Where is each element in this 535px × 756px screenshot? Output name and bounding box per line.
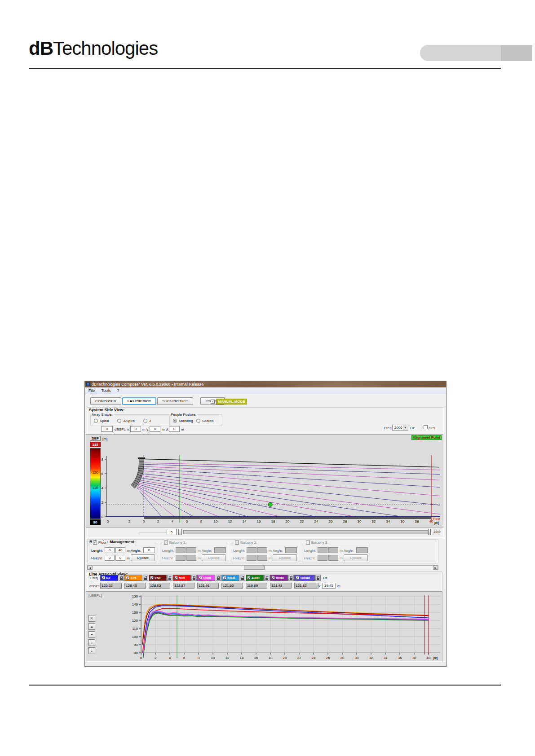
horizontal-scrollbar[interactable]: ◀ ▶ — [87, 565, 438, 570]
radio-seated[interactable] — [196, 419, 200, 423]
update-button: Update — [202, 554, 226, 561]
system-side-view-label: System Side View: — [88, 408, 125, 412]
band-checkbox[interactable]: ✓ — [102, 576, 105, 580]
scale-up-icon[interactable]: ▲ — [88, 623, 95, 630]
band-checkbox[interactable]: ✓ — [174, 576, 178, 580]
svg-text:[m]: [m] — [433, 656, 438, 660]
freq-band-button[interactable]: ✓10000 — [294, 575, 315, 581]
freq-band-button[interactable]: ✓63 — [100, 575, 118, 581]
y-input[interactable]: 0 — [150, 426, 160, 432]
menu-file[interactable]: File — [88, 388, 95, 393]
band-checkbox[interactable]: ✓ — [126, 576, 129, 580]
update-button[interactable]: Update — [131, 554, 155, 561]
band-lock-cell[interactable] — [143, 575, 148, 581]
angle-input[interactable]: 0 — [143, 547, 155, 553]
d-input[interactable]: 0 — [169, 426, 180, 432]
zoom-fit-icon[interactable]: ⇱ — [88, 615, 95, 622]
m-label: m — [269, 556, 272, 560]
svg-text:22: 22 — [300, 519, 304, 523]
height-label: Height: — [304, 556, 315, 560]
slider-track[interactable] — [183, 530, 428, 534]
balcony-checkbox[interactable] — [235, 541, 239, 545]
balcony-checkbox[interactable] — [306, 541, 310, 545]
freq-band-button[interactable]: ✓1000 — [197, 575, 215, 581]
tab-subs-predict[interactable]: SUBs PREDICT — [157, 397, 193, 405]
radio-spiral[interactable] — [94, 419, 98, 423]
radio-j[interactable] — [143, 419, 147, 423]
band-checkbox[interactable]: ✓ — [199, 576, 202, 580]
update-button: Update — [344, 554, 368, 561]
balcony-checkbox[interactable]: ✓ — [93, 541, 97, 545]
band-lock-cell[interactable] — [288, 575, 294, 581]
band-lock-cell[interactable] — [191, 575, 197, 581]
band-checkbox[interactable]: ✓ — [223, 576, 226, 580]
m-label: m — [198, 556, 201, 560]
menu-bar: File Tools ? — [85, 387, 446, 394]
freq-band-button[interactable]: ✓125 — [124, 575, 142, 581]
svg-text:20: 20 — [283, 656, 287, 660]
manual-mode-checkbox[interactable]: ✓ — [211, 400, 215, 404]
scrollbar-thumb[interactable] — [244, 566, 265, 570]
band-lock-cell[interactable] — [264, 575, 270, 581]
tab-composer[interactable]: COMPOSER — [90, 397, 121, 405]
scroll-left-icon[interactable]: ◀ — [88, 566, 93, 570]
def-button[interactable]: DEF — [90, 436, 101, 441]
band-lock-cell[interactable] — [315, 575, 321, 581]
menu-help[interactable]: ? — [117, 388, 119, 393]
title-bar[interactable]: dBTechnologies Composer Ver. 6.5.0.29668… — [85, 381, 446, 387]
dbspl-input[interactable]: 0 — [101, 426, 113, 432]
scale-down-icon[interactable]: ▼ — [88, 631, 95, 638]
y-m-label: m — [162, 427, 165, 431]
svg-text:90: 90 — [134, 643, 138, 647]
height-input-2 — [257, 555, 267, 561]
slider-value-box[interactable]: 5 — [167, 529, 177, 535]
height-input-2[interactable]: 0 — [115, 555, 125, 561]
x-m-label: m — [142, 427, 146, 431]
band-lock-cell[interactable] — [167, 575, 172, 581]
svg-text:26: 26 — [329, 519, 333, 523]
band-checkbox[interactable]: ✓ — [271, 576, 275, 580]
balcony-checkbox[interactable] — [164, 541, 168, 545]
lenght-input-1[interactable]: 0 — [105, 547, 115, 553]
svg-text:[m]: [m] — [434, 521, 439, 525]
height-input-1 — [176, 555, 186, 561]
lenght-input-2[interactable]: 40 — [115, 547, 125, 553]
slider-end-cap[interactable] — [428, 529, 431, 535]
composer-app-window: dBTechnologies Composer Ver. 6.5.0.29668… — [84, 381, 447, 667]
band-lock-cell[interactable] — [240, 575, 245, 581]
scroll-right-icon[interactable]: ▶ — [433, 566, 438, 570]
freq-band-button[interactable]: ✓2000 — [221, 575, 239, 581]
freq-band-button[interactable]: ✓250 — [149, 575, 167, 581]
slider-thumb[interactable] — [178, 529, 182, 535]
d-label: d: — [166, 427, 169, 431]
svg-text:8: 8 — [200, 519, 203, 523]
band-checkbox[interactable]: ✓ — [150, 576, 154, 580]
freq-dropdown[interactable]: 2000▼ — [392, 425, 408, 431]
radio-spiral-wrap: Spiral — [94, 419, 109, 423]
radio-standing[interactable] — [173, 419, 177, 423]
auto-scale-icon[interactable]: ↕ — [88, 639, 95, 646]
tab-las-predict[interactable]: LAs PREDICT — [122, 397, 156, 405]
menu-tools[interactable]: Tools — [102, 388, 111, 393]
freq-band-button[interactable]: ✓500 — [173, 575, 191, 581]
chevron-down-icon[interactable]: ▼ — [403, 426, 407, 430]
band-checkbox[interactable]: ✓ — [296, 576, 299, 580]
radio-seated-label: Seated — [202, 419, 213, 423]
radio-j-spiral[interactable] — [117, 419, 121, 423]
colorbar-min-label: 90 — [90, 519, 101, 525]
band-spl-value: 128,43 — [124, 583, 146, 589]
height-input-1 — [318, 555, 327, 561]
band-lock-cell[interactable] — [119, 575, 124, 581]
freq-band-button[interactable]: ✓8000 — [270, 575, 288, 581]
radio-j-wrap: J — [143, 419, 151, 423]
cursor-x-value[interactable]: 39,45 — [322, 583, 336, 589]
to-bottom-icon[interactable]: ⇣ — [88, 647, 95, 654]
freq-band-button[interactable]: ✓4000 — [246, 575, 264, 581]
slider-max-label: 39,9 — [433, 530, 441, 534]
spl-checkbox[interactable] — [424, 425, 428, 429]
band-lock-cell[interactable] — [216, 575, 221, 581]
x-input[interactable]: 0 — [130, 426, 141, 432]
band-checkbox[interactable]: ✓ — [247, 576, 251, 580]
height-input-1[interactable]: 0 — [105, 555, 115, 561]
radio-seated-wrap: Seated — [196, 419, 213, 423]
